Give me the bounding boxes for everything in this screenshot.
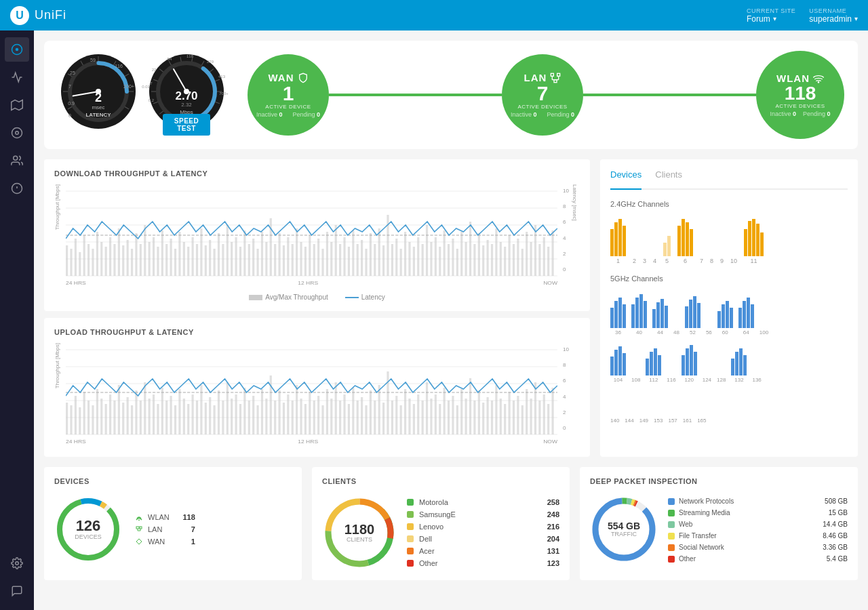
client-row-samsung: SamsungE 248 — [407, 508, 559, 521]
svg-rect-103 — [144, 225, 146, 276]
y-label-throughput: Throughput [Mbps] — [54, 184, 60, 233]
svg-point-1 — [16, 48, 19, 52]
svg-text:116: 116 — [115, 64, 123, 68]
svg-rect-250 — [222, 401, 224, 434]
svg-rect-259 — [261, 389, 263, 434]
svg-rect-323 — [538, 401, 540, 434]
upload-chart-panel: UPLOAD THROUGHPUT & LATENCY Throughput [… — [44, 318, 590, 457]
svg-rect-99 — [127, 240, 129, 276]
tab-clients[interactable]: Clients — [655, 169, 682, 183]
sidebar-item-activity[interactable] — [5, 65, 29, 89]
svg-rect-141 — [309, 235, 311, 276]
sidebar-item-settings[interactable] — [5, 551, 29, 575]
current-site-label: CURRENT SITE — [747, 7, 795, 14]
svg-rect-294 — [413, 404, 415, 434]
svg-text:59: 59 — [90, 58, 96, 62]
main-content: 2 msec LATENCY 7 25 59 116 200+ 0.9 0 — [34, 30, 868, 610]
dell-count: 204 — [547, 535, 559, 543]
svg-rect-270 — [309, 392, 311, 434]
sidebar-item-devices[interactable] — [5, 121, 29, 145]
sidebar-item-dashboard[interactable] — [5, 37, 29, 62]
svg-rect-189 — [517, 239, 519, 276]
svg-rect-127 — [248, 244, 250, 276]
download-chart-wrapper: 250 200 150 100 50 0 — [66, 184, 557, 288]
svg-rect-142 — [313, 244, 315, 276]
channels-5ghz-chart-2: 104 108 — [610, 339, 848, 383]
svg-rect-314 — [500, 399, 502, 434]
channels-2ghz-title: 2.4GHz Channels — [610, 200, 848, 208]
bottom-section: DEVICES 126 DEVICES — [44, 467, 858, 580]
nav-right: CURRENT SITE Forum USERNAME superadmin — [747, 7, 858, 24]
sidebar-item-insights[interactable] — [5, 176, 29, 201]
network-protocols-label: Network Protocols — [679, 497, 734, 505]
current-site-value[interactable]: Forum — [747, 14, 776, 24]
svg-rect-322 — [534, 382, 536, 434]
svg-rect-87 — [75, 239, 77, 276]
svg-rect-117 — [205, 245, 207, 276]
svg-rect-85 — [66, 245, 68, 276]
svg-rect-216 — [75, 396, 77, 434]
svg-rect-149 — [343, 237, 345, 276]
speed-test-button[interactable]: SPEED TEST — [163, 114, 210, 136]
username-value[interactable]: superadmin — [809, 14, 858, 24]
svg-rect-192 — [530, 242, 532, 276]
svg-rect-137 — [292, 244, 294, 276]
ch-157: 157 — [668, 388, 677, 424]
acer-count: 131 — [547, 547, 559, 555]
svg-rect-182 — [487, 240, 489, 276]
wlan-subtitle: ACTIVE DEVICES — [775, 103, 825, 109]
svg-rect-285 — [374, 401, 376, 434]
channels-2ghz-chart: 1 2 3 4 — [610, 214, 848, 264]
svg-rect-94 — [105, 247, 107, 276]
svg-rect-217 — [79, 407, 81, 434]
svg-rect-283 — [365, 405, 367, 434]
svg-rect-326 — [551, 388, 553, 434]
svg-rect-298 — [430, 399, 432, 434]
svg-rect-194 — [538, 244, 540, 276]
legend-wan: WAN 1 — [136, 537, 195, 546]
svg-rect-105 — [153, 237, 155, 276]
svg-rect-155 — [370, 233, 372, 276]
svg-text:2.70: 2.70 — [175, 89, 197, 102]
devices-donut: 126 DEVICES — [54, 495, 122, 563]
svg-rect-93 — [100, 242, 102, 276]
dpi-panel: DEEP PACKET INSPECTION — [580, 467, 858, 580]
svg-rect-135 — [283, 245, 285, 276]
svg-rect-246 — [205, 403, 207, 434]
svg-rect-244 — [196, 401, 198, 434]
svg-text:NOW: NOW — [543, 439, 557, 445]
svg-text:12 HRS: 12 HRS — [298, 439, 318, 445]
logo-u-letter: U — [16, 9, 24, 22]
ch-144: 144 — [625, 388, 633, 424]
svg-rect-98 — [122, 245, 124, 276]
ch-64: 64 — [738, 294, 754, 336]
svg-rect-160 — [391, 244, 393, 276]
wan-legend-value: 1 — [175, 537, 195, 546]
motorola-name: Motorola — [419, 498, 542, 506]
tab-devices[interactable]: Devices — [610, 169, 642, 190]
sidebar-item-clients[interactable] — [5, 148, 29, 173]
svg-rect-126 — [243, 230, 245, 276]
throughput-gauge: 2.70 2.32 Mbps THROUGHPUT 7 22 54 118 22… — [139, 51, 234, 139]
svg-rect-276 — [335, 382, 337, 434]
wlan-inactive-label: Inactive — [770, 110, 793, 117]
dpi-other: Other 5.4 GB — [668, 553, 848, 565]
client-row-dell: Dell 204 — [407, 533, 559, 545]
svg-rect-170 — [435, 237, 437, 276]
svg-rect-300 — [439, 404, 441, 434]
svg-rect-279 — [348, 404, 350, 434]
svg-rect-336 — [136, 527, 139, 529]
svg-text:NOW: NOW — [543, 280, 557, 286]
svg-text:0.2: 0.2 — [149, 98, 155, 102]
sidebar-item-map[interactable] — [5, 93, 29, 117]
wan-pending-label: Pending — [293, 111, 317, 118]
dell-name: Dell — [419, 535, 542, 543]
client-row-other: Other 123 — [407, 557, 559, 569]
svg-rect-241 — [183, 399, 185, 434]
clients-donut-section: 1180 CLIENTS Motorola 258 SamsungE — [322, 495, 559, 570]
svg-rect-253 — [235, 394, 237, 434]
svg-rect-317 — [513, 401, 515, 434]
sidebar-item-chat[interactable] — [5, 579, 29, 603]
wlan-node: WLAN 118 ACTIVE DEVICES Inactive 0 — [756, 51, 844, 139]
svg-rect-281 — [357, 401, 359, 434]
